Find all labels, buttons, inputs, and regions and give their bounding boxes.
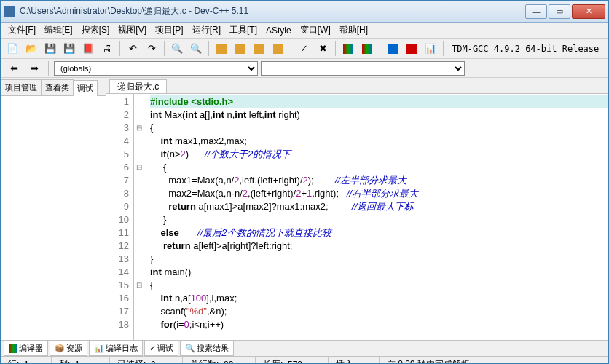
minimize-button[interactable]: — [525,4,547,19]
profile-icon-2[interactable] [358,41,376,57]
code-editor[interactable]: 123456789101112131415161718 ⊟⊟⊟ #include… [106,94,608,340]
status-len: 572 [288,360,302,365]
menu-astyle[interactable]: AStyle [262,24,296,37]
redo-icon[interactable]: ↷ [143,41,160,57]
profile-icon[interactable] [339,41,357,57]
menu-file[interactable]: 文件[F] [4,23,40,38]
side-tabs: 项目管理 查看类 调试 [1,78,106,96]
rebuild-icon[interactable] [270,41,287,57]
sidebar: 项目管理 查看类 调试 [1,78,106,340]
fold-column[interactable]: ⊟⊟⊟ [134,94,144,340]
find-icon[interactable]: 🔍 [168,41,186,57]
window-buttons: — ▭ ✕ [525,4,605,19]
open-icon[interactable]: 📂 [23,41,40,57]
menu-tools[interactable]: 工具[T] [225,23,262,38]
forward-icon[interactable]: ➡ [25,60,43,76]
goto-icon-2[interactable] [403,41,420,57]
new-file-icon[interactable]: 📄 [4,41,21,57]
menu-project[interactable]: 项目[P] [151,23,188,38]
tab-debug-bottom[interactable]: ✓调试 [144,341,178,356]
print-icon[interactable]: 🖨 [98,41,116,57]
tab-search-results[interactable]: 🔍搜索结果 [180,341,234,356]
separator [164,41,165,56]
tab-debug[interactable]: 调试 [73,80,98,96]
toolbar-main: 📄 📂 💾 💾 📕 🖨 ↶ ↷ 🔍 🔍 ✓ ✖ 📊 TDM-GCC 4.9.2 … [1,39,608,59]
menu-view[interactable]: 视图[V] [114,23,151,38]
editor-area: 递归最大.c 123456789101112131415161718 ⊟⊟⊟ #… [106,78,608,340]
debug-icon[interactable]: ✓ [295,41,313,57]
maximize-button[interactable]: ▭ [549,4,570,19]
separator [335,41,336,56]
separator [208,41,209,56]
file-tab-label: 递归最大.c [117,81,159,93]
tab-resources[interactable]: 📦资源 [50,341,87,356]
line-gutter: 123456789101112131415161718 [106,94,134,340]
menu-window[interactable]: 窗口[W] [296,23,335,38]
goto-icon[interactable] [384,41,401,57]
compile-run-icon[interactable] [251,41,268,57]
file-tab[interactable]: 递归最大.c [109,79,167,93]
close-file-icon[interactable]: 📕 [79,41,97,57]
tab-classes[interactable]: 查看类 [41,79,74,95]
save-all-icon[interactable]: 💾 [60,41,78,57]
toolbar-nav: ⬅ ➡ (globals) [1,59,608,78]
tab-compiler[interactable]: 编译器 [4,341,48,356]
separator [48,61,49,76]
file-tabs: 递归最大.c [106,78,608,94]
main-area: 项目管理 查看类 调试 递归最大.c 123456789101112131415… [1,78,608,340]
tab-project[interactable]: 项目管理 [1,79,42,95]
save-icon[interactable]: 💾 [42,41,59,57]
separator [291,41,291,56]
menu-help[interactable]: 帮助[H] [335,23,372,38]
code-lines[interactable]: #include <stdio.h>int Max(int a[],int n,… [144,94,608,340]
compile-icon[interactable] [213,41,230,57]
run-icon[interactable] [232,41,249,57]
status-parse: 在 0.39 秒内完成解析 [380,357,608,364]
menu-run[interactable]: 运行[R] [188,23,225,38]
symbol-dropdown[interactable] [261,61,465,76]
bottom-panel-tabs: 编译器 📦资源 📊编译日志 ✓调试 🔍搜索结果 [1,340,608,356]
menu-search[interactable]: 搜索[S] [77,23,114,38]
undo-icon[interactable]: ↶ [124,41,141,57]
status-mode: 插入 [329,357,380,364]
separator [443,41,444,56]
status-sel: 0 [151,360,156,365]
close-button[interactable]: ✕ [572,4,605,19]
chart-icon[interactable]: 📊 [422,41,439,57]
replace-icon[interactable]: 🔍 [187,41,205,57]
status-total: 23 [224,360,233,365]
menubar: 文件[F] 编辑[E] 搜索[S] 视图[V] 项目[P] 运行[R] 工具[T… [1,23,608,39]
status-line: 1 [24,360,29,365]
window-title: C:\Users\Administrator\Desktop\递归最大.c - … [20,5,525,17]
status-col: 1 [75,360,80,365]
stop-icon[interactable]: ✖ [314,41,331,57]
statusbar: 行: 1 列: 1 已选择: 0 总行数: 23 长度: 572 插入 在 0.… [1,356,608,364]
menu-edit[interactable]: 编辑[E] [40,23,77,38]
scope-dropdown[interactable]: (globals) [54,61,258,76]
separator [380,41,380,56]
app-icon [4,6,15,17]
tab-compile-log[interactable]: 📊编译日志 [89,341,143,356]
titlebar: C:\Users\Administrator\Desktop\递归最大.c - … [1,1,608,23]
compiler-label: TDM-GCC 4.9.2 64-bit Release [447,42,603,55]
separator [119,41,120,56]
back-icon[interactable]: ⬅ [5,60,23,76]
